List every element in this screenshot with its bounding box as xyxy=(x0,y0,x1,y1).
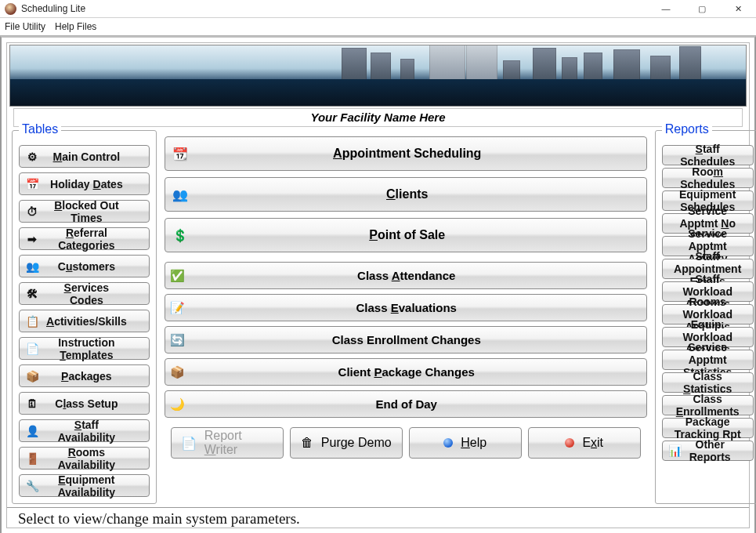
center-client-package-changes-label: Client Package Changes xyxy=(192,365,646,379)
exit-icon xyxy=(565,438,574,448)
calendar-icon: 📅 xyxy=(24,176,40,192)
doc-icon: 📄 xyxy=(24,341,40,357)
center-appointment-scheduling-label: Appointment Scheduling xyxy=(197,147,646,161)
center-clients-button[interactable]: 👥Clients xyxy=(165,177,647,212)
banner-image xyxy=(9,45,747,107)
center-class-attendance-label: Class Attendance xyxy=(192,269,646,282)
tables-staff-availability-label: Staff Availability xyxy=(46,419,149,444)
tables-class-setup-button[interactable]: 🗓Class Setup xyxy=(19,392,150,415)
class-icon: 🗓 xyxy=(24,396,40,412)
report-writer-button[interactable]: 📄 Report Writer xyxy=(171,427,284,459)
center-class-evaluations-label: Class Evaluations xyxy=(192,301,646,314)
exit-label: Exit xyxy=(582,436,603,450)
report-icon: 📊 xyxy=(667,443,683,459)
box-icon: 📦 xyxy=(24,368,40,384)
people-icon: 👥 xyxy=(24,259,40,274)
list-icon: 📋 xyxy=(24,314,40,329)
tables-instruction-templates-label: Instruction Templates xyxy=(46,336,149,361)
tables-main-control-label: Main Control xyxy=(46,150,149,163)
help-label: Help xyxy=(461,436,487,450)
money-icon: 💲 xyxy=(172,227,189,244)
facility-name: Your Facility Name Here xyxy=(13,108,743,127)
tables-staff-availability-button[interactable]: 👤Staff Availability xyxy=(19,419,150,442)
center-class-enrollment-changes-button[interactable]: 🔄Class Enrollment Changes xyxy=(165,326,647,354)
purge-demo-label: Purge Demo xyxy=(321,436,392,450)
reports-group: Reports Staff SchedulesRoom SchedulesEqu… xyxy=(655,130,756,504)
center-point-of-sale-button[interactable]: 💲Point of Sale xyxy=(165,218,647,252)
exit-button[interactable]: Exit xyxy=(528,427,641,459)
reports-staff-schedules-button[interactable]: Staff Schedules xyxy=(662,145,754,165)
eod-icon: 🌙 xyxy=(170,397,186,412)
staff-icon: 👤 xyxy=(24,423,40,439)
attend-icon: ✅ xyxy=(170,268,186,284)
reports-legend: Reports xyxy=(662,122,712,136)
tables-referral-categories-button[interactable]: ➡Referral Categories xyxy=(19,227,150,250)
close-button[interactable]: ✕ xyxy=(720,0,756,17)
eval-icon: 📝 xyxy=(170,300,186,316)
tables-blocked-out-times-label: Blocked Out Times xyxy=(46,199,149,224)
reports-other-reports-button[interactable]: 📊Other Reports xyxy=(662,441,754,461)
tables-referral-categories-label: Referral Categories xyxy=(46,227,149,252)
room-icon: 🚪 xyxy=(24,451,40,466)
reports-room-schedules-button[interactable]: Room Schedules xyxy=(662,168,754,188)
tables-blocked-out-times-button[interactable]: ⏱Blocked Out Times xyxy=(19,200,150,223)
menu-file-utility[interactable]: File Utility xyxy=(5,21,45,32)
tables-main-control-button[interactable]: ⚙Main Control xyxy=(19,145,150,168)
tables-services-codes-label: Services Codes xyxy=(46,281,149,306)
center-appointment-scheduling-button[interactable]: 📆Appointment Scheduling xyxy=(165,136,647,171)
tables-rooms-availability-label: Rooms Availability xyxy=(46,446,149,471)
center-point-of-sale-label: Point of Sale xyxy=(197,228,646,242)
center-class-enrollment-changes-label: Class Enrollment Changes xyxy=(192,333,646,346)
center-class-attendance-button[interactable]: ✅Class Attendance xyxy=(165,262,647,289)
tables-packages-button[interactable]: 📦Packages xyxy=(19,364,150,387)
reports-service-apptmt-statistics-button[interactable]: Service Apptmt Statistics xyxy=(662,350,754,370)
reports-class-statistics-label: Class Statistics xyxy=(663,370,753,395)
tables-instruction-templates-button[interactable]: 📄Instruction Templates xyxy=(19,337,150,360)
main-control-icon: ⚙ xyxy=(24,149,40,165)
tables-customers-label: Customers xyxy=(46,260,149,273)
arrow-icon: ➡ xyxy=(24,231,40,247)
tables-legend: Tables xyxy=(19,122,61,136)
tables-services-codes-button[interactable]: 🛠Services Codes xyxy=(19,282,150,305)
menu-help-files[interactable]: Help Files xyxy=(55,21,96,32)
reports-room-schedules-label: Room Schedules xyxy=(663,165,753,190)
app-icon xyxy=(5,3,16,15)
tables-holiday-dates-button[interactable]: 📅Holiday Dates xyxy=(19,172,150,195)
trash-icon: 🗑 xyxy=(301,436,313,450)
reports-class-statistics-button[interactable]: Class Statistics xyxy=(662,372,754,393)
center-class-evaluations-button[interactable]: 📝Class Evaluations xyxy=(165,294,647,321)
help-button[interactable]: Help xyxy=(409,427,522,459)
tables-rooms-availability-button[interactable]: 🚪Rooms Availability xyxy=(19,447,150,470)
tables-activities-skills-label: Activities/Skills xyxy=(46,315,149,328)
reports-package-tracking-rpt-label: Package Tracking Rpt xyxy=(663,415,753,441)
tables-activities-skills-button[interactable]: 📋Activities/Skills xyxy=(19,310,150,332)
center-end-of-day-button[interactable]: 🌙End of Day xyxy=(165,390,647,418)
tables-customers-button[interactable]: 👥Customers xyxy=(19,255,150,277)
center-client-package-changes-button[interactable]: 📦Client Package Changes xyxy=(165,358,647,386)
maximize-button[interactable]: ▢ xyxy=(684,0,720,17)
center-clients-label: Clients xyxy=(197,187,646,201)
equipment-icon: 🔧 xyxy=(24,478,40,494)
schedule-icon: 📆 xyxy=(172,145,189,162)
help-icon xyxy=(443,438,453,448)
purge-demo-button[interactable]: 🗑 Purge Demo xyxy=(290,427,403,459)
minimize-button[interactable]: — xyxy=(648,0,684,17)
reports-other-reports-label: Other Reports xyxy=(689,438,753,463)
menu-bar: File Utility Help Files xyxy=(0,18,756,36)
tools-icon: 🛠 xyxy=(24,286,40,302)
tables-group: Tables ⚙Main Control📅Holiday Dates⏱Block… xyxy=(12,130,157,504)
reports-class-enrollments-label: Class Enrollments xyxy=(663,393,753,418)
window-title: Scheduling Lite xyxy=(21,3,85,14)
reports-staff-schedules-label: Staff Schedules xyxy=(663,143,753,168)
report-icon: 📄 xyxy=(181,436,197,451)
status-bar: Select to view/change main system parame… xyxy=(7,507,749,528)
reports-package-tracking-rpt-button[interactable]: Package Tracking Rpt xyxy=(662,418,754,438)
center-group: 📆Appointment Scheduling👥Clients💲Point of… xyxy=(165,130,647,504)
tables-equipment-availability-label: Equipment Availability xyxy=(46,473,149,499)
tables-class-setup-label: Class Setup xyxy=(46,397,149,410)
clients-icon: 👥 xyxy=(172,186,189,203)
tables-equipment-availability-button[interactable]: 🔧Equipment Availability xyxy=(19,474,150,497)
reports-class-enrollments-button[interactable]: Class Enrollments xyxy=(662,395,754,415)
report-writer-label: Report Writer xyxy=(204,429,273,457)
action-row: 📄 Report Writer 🗑 Purge Demo Help Exit xyxy=(165,422,647,459)
